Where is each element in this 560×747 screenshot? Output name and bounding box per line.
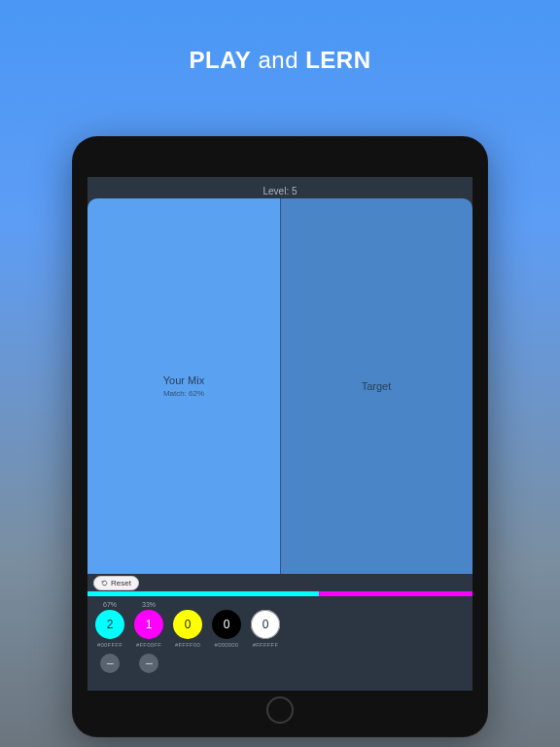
swatch-color-button[interactable]: 0 xyxy=(212,610,241,639)
panel-divider xyxy=(280,198,281,574)
promo-background: PLAY and LERN Level: 5 Your Mix Match: 6… xyxy=(0,0,560,747)
swatch-minus-button[interactable]: − xyxy=(139,654,158,673)
level-bar: Level: 5 xyxy=(88,177,472,198)
your-mix-panel: Your Mix Match: 62% xyxy=(88,198,280,574)
reset-icon xyxy=(101,580,108,587)
swatch-1: 33%1#FF00FF− xyxy=(134,601,163,691)
swatch-hex: #00FFFF xyxy=(97,642,122,648)
match-percent: Match: 62% xyxy=(163,389,204,398)
swatch-color-button[interactable]: 0 xyxy=(173,610,202,639)
reset-button[interactable]: Reset xyxy=(93,576,139,590)
target-title: Target xyxy=(362,380,392,392)
your-mix-title: Your Mix xyxy=(163,374,204,386)
reset-label: Reset xyxy=(111,579,131,587)
headline-mid: and xyxy=(251,47,305,73)
app-screen: Level: 5 Your Mix Match: 62% Target Rese… xyxy=(88,177,472,691)
stripe-magenta xyxy=(319,591,472,596)
tablet-frame: Level: 5 Your Mix Match: 62% Target Rese… xyxy=(72,136,488,737)
palette: 67%2#00FFFF−33%1#FF00FF−0#FFFF000#000000… xyxy=(88,596,472,691)
swatch-percent: 33% xyxy=(142,601,156,610)
swatch-hex: #FFFF00 xyxy=(175,642,200,648)
home-button[interactable] xyxy=(266,696,294,724)
level-label: Level: 5 xyxy=(262,186,297,196)
swatch-hex: #FF00FF xyxy=(136,642,161,648)
headline-word-1: PLAY xyxy=(189,47,251,73)
swatch-4: 0#FFFFFF xyxy=(251,601,280,691)
swatch-color-button[interactable]: 1 xyxy=(134,610,163,639)
swatch-minus-button[interactable]: − xyxy=(100,654,120,673)
swatch-2: 0#FFFF00 xyxy=(173,601,202,691)
swatch-percent: 67% xyxy=(103,601,117,610)
reset-row: Reset xyxy=(88,574,472,591)
swatch-hex: #FFFFFF xyxy=(253,642,279,648)
swatch-3: 0#000000 xyxy=(212,601,241,691)
headline-word-2: LERN xyxy=(305,47,370,73)
stripe-cyan xyxy=(88,591,319,596)
swatch-color-button[interactable]: 2 xyxy=(95,610,124,639)
headline: PLAY and LERN xyxy=(0,47,560,74)
target-panel: Target xyxy=(280,198,472,574)
swatch-hex: #000000 xyxy=(215,642,239,648)
swatch-0: 67%2#00FFFF− xyxy=(95,601,124,691)
swatch-color-button[interactable]: 0 xyxy=(251,610,280,639)
color-panels: Your Mix Match: 62% Target xyxy=(88,198,472,574)
mix-stripe xyxy=(88,591,472,596)
